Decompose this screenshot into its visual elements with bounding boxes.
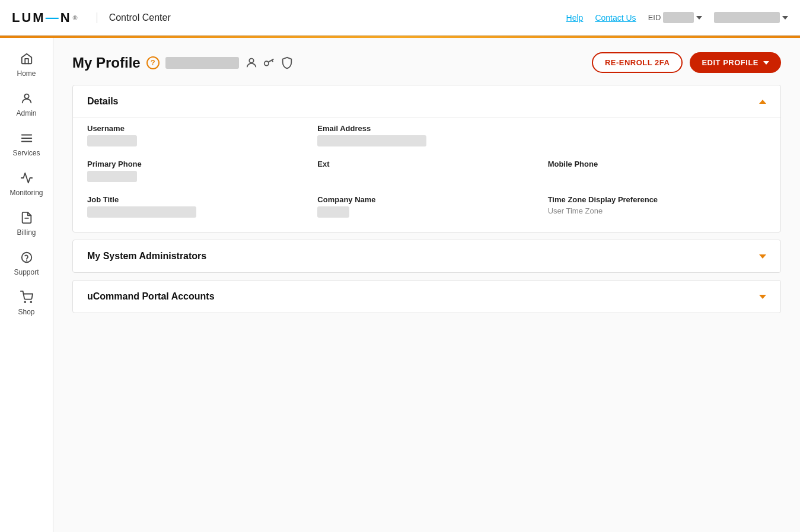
sidebar-item-label-support: Support (14, 268, 39, 276)
edit-profile-label: EDIT PROFILE (702, 58, 758, 67)
primary-phone-value (87, 171, 137, 182)
sidebar-item-label-shop: Shop (18, 308, 34, 316)
question-icon-label: ? (151, 58, 155, 67)
svg-point-0 (24, 94, 28, 98)
system-admins-section: My System Administrators (72, 240, 781, 273)
ucommand-section-header[interactable]: uCommand Portal Accounts (73, 281, 780, 313)
eid-chevron-icon[interactable] (696, 16, 702, 20)
header-nav: Help Contact Us EID (566, 12, 788, 23)
sidebar-item-home[interactable]: Home (0, 44, 53, 84)
sidebar-item-billing[interactable]: Billing (0, 203, 53, 243)
primary-phone-label: Primary Phone (87, 160, 305, 168)
header: LUM—N ® Control Center Help Contact Us E… (0, 0, 800, 36)
sidebar-item-support[interactable]: Support (0, 243, 53, 282)
user-value (714, 12, 780, 23)
profile-header: My Profile ? (72, 52, 781, 73)
sidebar-item-label-admin: Admin (16, 109, 36, 117)
timezone-label: Time Zone Display Preference (548, 195, 766, 204)
details-section-title: Details (87, 96, 118, 107)
layout: Home Admin Services (0, 38, 800, 532)
ucommand-expand-icon (759, 295, 766, 299)
system-admins-expand-icon (759, 254, 766, 259)
sidebar-item-label-services: Services (12, 149, 40, 157)
detail-job-title: Job Title (87, 195, 305, 218)
profile-title: My Profile (72, 55, 141, 71)
header-title: Control Center (97, 12, 171, 23)
contact-us-link[interactable]: Contact Us (595, 13, 636, 23)
username-value (87, 135, 137, 146)
detail-empty-top-right (548, 124, 766, 146)
system-admins-section-header[interactable]: My System Administrators (73, 240, 780, 272)
main-content: My Profile ? (53, 38, 800, 532)
system-admins-title: My System Administrators (87, 251, 206, 262)
sidebar-item-monitoring[interactable]: Monitoring (0, 163, 53, 203)
sidebar-item-admin[interactable]: Admin (0, 84, 53, 123)
sidebar-item-shop[interactable]: Shop (0, 282, 53, 322)
detail-username: Username (87, 124, 305, 146)
details-section: Details Username Email Address Pri (72, 85, 781, 232)
help-link[interactable]: Help (566, 13, 584, 23)
sidebar-item-label-monitoring: Monitoring (9, 189, 43, 197)
profile-icons (245, 56, 294, 69)
svg-point-10 (264, 61, 268, 65)
key-icon (263, 56, 276, 69)
reenroll-2fa-button[interactable]: RE-ENROLL 2FA (592, 52, 683, 73)
user-profile-icon (245, 56, 258, 69)
details-section-header[interactable]: Details (73, 85, 780, 117)
details-section-body: Username Email Address Primary Phone Ext (73, 117, 780, 232)
svg-point-9 (249, 58, 253, 62)
ucommand-title: uCommand Portal Accounts (87, 291, 215, 302)
detail-email: Email Address (317, 124, 536, 146)
mobile-phone-label: Mobile Phone (548, 160, 766, 168)
svg-point-8 (30, 301, 31, 302)
email-value (317, 135, 426, 146)
svg-line-11 (272, 60, 273, 62)
ext-label: Ext (317, 160, 536, 168)
eid-label: EID (648, 13, 661, 22)
username-label: Username (87, 124, 305, 133)
logo-text: LUM—N (12, 10, 72, 26)
billing-icon (20, 211, 33, 226)
timezone-value: User Time Zone (548, 206, 766, 215)
monitoring-icon (20, 171, 33, 186)
edit-profile-button[interactable]: EDIT PROFILE (690, 52, 781, 73)
sidebar-item-label-billing: Billing (17, 228, 36, 237)
detail-primary-phone: Primary Phone (87, 160, 305, 182)
services-icon (20, 132, 33, 146)
detail-company-name: Company Name (317, 195, 536, 218)
profile-name (165, 57, 239, 69)
profile-actions: RE-ENROLL 2FA EDIT PROFILE (592, 52, 781, 73)
logo-registered: ® (72, 14, 79, 21)
sidebar-item-label-home: Home (17, 69, 36, 78)
detail-mobile-phone: Mobile Phone (548, 160, 766, 182)
edit-profile-chevron-icon (763, 61, 769, 65)
sidebar: Home Admin Services (0, 38, 53, 532)
sidebar-item-services[interactable]: Services (0, 123, 53, 163)
company-name-value (317, 206, 349, 218)
user-chevron-icon[interactable] (782, 16, 788, 20)
detail-ext: Ext (317, 160, 536, 182)
svg-point-7 (24, 301, 26, 302)
logo: LUM—N ® (12, 10, 79, 26)
admin-icon (20, 92, 33, 107)
profile-title-group: My Profile ? (72, 55, 294, 71)
shield-icon (281, 56, 294, 69)
email-label: Email Address (317, 124, 536, 133)
eid-section: EID (648, 12, 703, 23)
eid-value (663, 12, 694, 23)
detail-timezone: Time Zone Display Preference User Time Z… (548, 195, 766, 218)
job-title-label: Job Title (87, 195, 305, 204)
details-collapse-icon (759, 100, 766, 104)
company-name-label: Company Name (317, 195, 536, 204)
support-icon (20, 251, 33, 266)
question-icon[interactable]: ? (146, 56, 160, 69)
home-icon (20, 52, 33, 67)
details-grid: Username Email Address Primary Phone Ext (87, 124, 766, 218)
user-section (714, 12, 788, 23)
shop-icon (20, 291, 33, 305)
job-title-value (87, 206, 196, 218)
ucommand-section: uCommand Portal Accounts (72, 280, 781, 313)
